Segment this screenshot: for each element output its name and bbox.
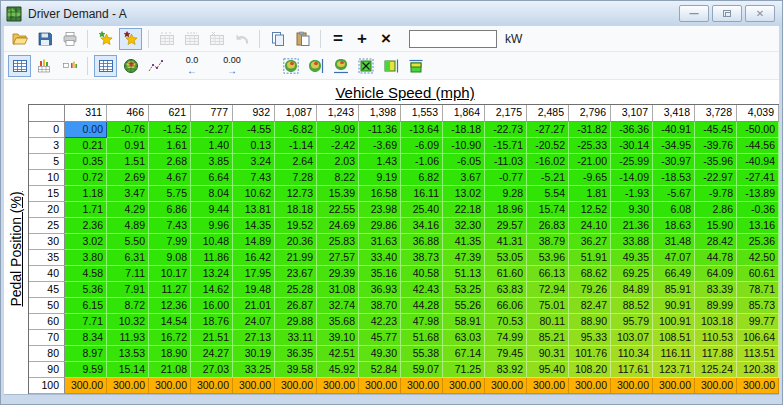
table-cell[interactable]: 21.01: [233, 298, 275, 314]
table-cell[interactable]: 84.89: [611, 282, 653, 298]
open-folder-button[interactable]: [8, 28, 31, 50]
table-cell[interactable]: 59.07: [401, 362, 443, 378]
table-cell[interactable]: 123.71: [653, 362, 695, 378]
table-edit-button[interactable]: [180, 28, 203, 50]
table-cell[interactable]: -16.02: [527, 154, 569, 170]
axis-bars-button[interactable]: [33, 55, 56, 77]
table-cell[interactable]: 53.25: [443, 282, 485, 298]
table-cell[interactable]: 22.55: [317, 202, 359, 218]
table-cell[interactable]: -14.09: [611, 170, 653, 186]
table-cell[interactable]: 83.92: [485, 362, 527, 378]
table-cell[interactable]: 31.48: [653, 234, 695, 250]
table-cell[interactable]: 51.68: [401, 330, 443, 346]
table-cell[interactable]: -11.36: [359, 122, 401, 138]
row-header-cell[interactable]: 60: [29, 314, 65, 330]
table-cell[interactable]: 3.80: [65, 250, 107, 266]
table-cell[interactable]: 41.35: [443, 234, 485, 250]
table-cell[interactable]: 21.51: [191, 330, 233, 346]
table-cell[interactable]: 300.00: [149, 378, 191, 394]
table-cell[interactable]: -5.21: [527, 170, 569, 186]
row-header-cell[interactable]: 5: [29, 154, 65, 170]
table-cell[interactable]: 2.36: [65, 218, 107, 234]
table-cell[interactable]: 64.09: [695, 266, 737, 282]
table-cell[interactable]: 18.90: [149, 346, 191, 362]
table-cell[interactable]: 29.39: [317, 266, 359, 282]
table-cell[interactable]: 9.19: [359, 170, 401, 186]
table-cell[interactable]: 25.40: [401, 202, 443, 218]
table-cell[interactable]: 101.76: [569, 346, 611, 362]
table-cell[interactable]: -13.89: [737, 186, 779, 202]
table-cell[interactable]: 38.70: [359, 298, 401, 314]
table-cell[interactable]: 113.51: [737, 346, 779, 362]
table-cell[interactable]: -11.03: [485, 154, 527, 170]
table-cell[interactable]: 5.75: [149, 186, 191, 202]
selected-table-cell[interactable]: 0.00: [65, 122, 107, 138]
table-cell[interactable]: 29.86: [359, 218, 401, 234]
table-cell[interactable]: 90.91: [653, 298, 695, 314]
table-cell[interactable]: 51.91: [569, 250, 611, 266]
save-button[interactable]: [33, 28, 56, 50]
table-cell[interactable]: 300.00: [275, 378, 317, 394]
table-cell[interactable]: 68.62: [569, 266, 611, 282]
table-cell[interactable]: 14.89: [233, 234, 275, 250]
table-cell[interactable]: -3.69: [359, 138, 401, 154]
table-cell[interactable]: -31.82: [569, 122, 611, 138]
table-cell[interactable]: -50.00: [737, 122, 779, 138]
table-cell[interactable]: 6.15: [65, 298, 107, 314]
table-cell[interactable]: 300.00: [65, 378, 107, 394]
table-cell[interactable]: 300.00: [107, 378, 149, 394]
table-cell[interactable]: -27.27: [527, 122, 569, 138]
table-cell[interactable]: 12.73: [275, 186, 317, 202]
table-cell[interactable]: 26.87: [275, 298, 317, 314]
column-header-cell[interactable]: 2,175: [485, 105, 527, 122]
table-cell[interactable]: 7.71: [65, 314, 107, 330]
table-cell[interactable]: 79.45: [485, 346, 527, 362]
table-cell[interactable]: 100.91: [653, 314, 695, 330]
table-cell[interactable]: -22.97: [695, 170, 737, 186]
surface-horizontal-axis-button[interactable]: [329, 55, 352, 77]
table-cell[interactable]: 10.32: [107, 314, 149, 330]
table-cell[interactable]: 103.07: [611, 330, 653, 346]
table-cell[interactable]: 9.08: [149, 250, 191, 266]
table-cell[interactable]: 106.64: [737, 330, 779, 346]
column-header-cell[interactable]: 1,243: [317, 105, 359, 122]
table-cell[interactable]: 14.54: [149, 314, 191, 330]
table-cell[interactable]: 300.00: [191, 378, 233, 394]
table-cell[interactable]: 85.91: [653, 282, 695, 298]
table-cell[interactable]: 300.00: [359, 378, 401, 394]
table-cell[interactable]: 42.43: [401, 282, 443, 298]
table-cell[interactable]: 2.64: [275, 154, 317, 170]
table-cell[interactable]: 53.05: [485, 250, 527, 266]
column-header-cell[interactable]: 311: [65, 105, 107, 122]
table-cell[interactable]: 66.06: [485, 298, 527, 314]
table-cell[interactable]: -10.90: [443, 138, 485, 154]
table-cell[interactable]: 16.42: [233, 250, 275, 266]
table-cell[interactable]: 90.31: [527, 346, 569, 362]
table-cell[interactable]: 12.36: [149, 298, 191, 314]
table-cell[interactable]: 18.18: [275, 202, 317, 218]
table-cell[interactable]: 85.21: [527, 330, 569, 346]
table-cell[interactable]: 19.52: [275, 218, 317, 234]
row-header-cell[interactable]: 70: [29, 330, 65, 346]
table-cell[interactable]: 89.99: [695, 298, 737, 314]
axis-compact-button[interactable]: [58, 55, 81, 77]
table-cell[interactable]: 45.77: [359, 330, 401, 346]
table-cell[interactable]: -22.73: [485, 122, 527, 138]
table-cell[interactable]: 12.52: [569, 202, 611, 218]
table-cell[interactable]: 13.16: [737, 218, 779, 234]
row-header-cell[interactable]: 3: [29, 138, 65, 154]
table-cell[interactable]: -21.00: [569, 154, 611, 170]
table-cell[interactable]: 0.91: [107, 138, 149, 154]
table-cell[interactable]: 25.36: [737, 234, 779, 250]
favorite-add-green-button[interactable]: [94, 28, 117, 50]
table-cell[interactable]: 36.27: [569, 234, 611, 250]
table-cell[interactable]: 44.28: [401, 298, 443, 314]
table-cell[interactable]: 16.72: [149, 330, 191, 346]
table-cell[interactable]: 52.84: [359, 362, 401, 378]
grid-view-2-button[interactable]: [94, 55, 117, 77]
table-cell[interactable]: 66.49: [653, 266, 695, 282]
table-cell[interactable]: -2.42: [317, 138, 359, 154]
table-cell[interactable]: 70.53: [485, 314, 527, 330]
table-cell[interactable]: 23.67: [275, 266, 317, 282]
table-cell[interactable]: 88.52: [611, 298, 653, 314]
